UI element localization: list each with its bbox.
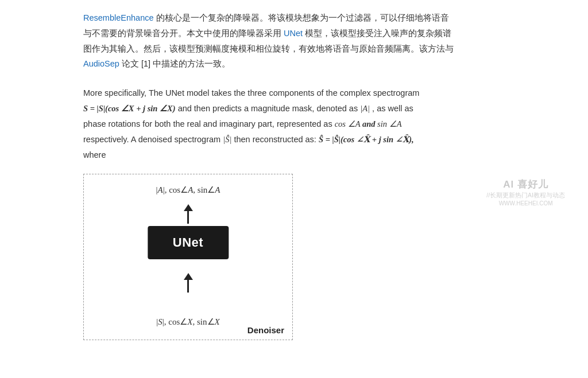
english-line2: S = |S|(cos ∠X + j sin ∠X) and then pred… [83,101,565,116]
diagram-input-label: |S|, cos∠X, sin∠X [156,317,219,327]
arrow-up-bottom [184,273,193,293]
arrow-body-top [187,211,189,224]
english-where: where [83,150,106,159]
arrow-head-bottom [184,273,193,280]
english-section: More specifically, The UNet model takes … [83,85,565,162]
chinese-text-part4: 论文 [1] 中描述的方法一致。 [119,59,230,68]
watermark-line1: AI 喜好儿 [486,178,565,191]
arrow-body-bottom [187,280,189,293]
chinese-text-part2b: 模型，该模型接受注入噪声的复杂频谱 [303,29,451,38]
math-reconstruction: Ŝ = |Ŝ|(cos ∠X̂ + j sin ∠X̂), [319,135,414,144]
chinese-paragraph: ResembleEnhance 的核心是一个复杂的降噪器。将该模块想象为一个过滤… [83,10,565,72]
main-content: ResembleEnhance 的核心是一个复杂的降噪器。将该模块想象为一个过滤… [0,0,588,378]
english-text-2a: and then predicts a magnitude mask, deno… [178,104,361,113]
arrow-head-top [184,204,193,211]
chinese-text-part2: 与不需要的背景噪音分开。本文中使用的降噪器采用 [83,29,284,38]
audiosep-highlight: AudioSep [83,59,119,68]
watermark-line3: WWW.HEEHEI.COM [486,200,565,206]
english-text-4b: then reconstructed as: [234,135,319,144]
english-text-2b: , as well as [372,104,413,113]
resembleenhance-highlight: ResembleEnhance [83,13,154,22]
unet-block: UNet [148,226,229,259]
denoiser-label: Denoiser [247,325,284,335]
arrow-up-top [184,204,193,224]
english-line4: respectively. A denoised spectrogram |Ŝ|… [83,132,565,147]
math-A: |A| [360,104,370,113]
chinese-text-part1: 的核心是一个复杂的降噪器。将该模块想象为一个过滤器，可以仔细地将语音 [154,13,449,22]
english-line5: where [83,147,565,163]
english-text-3a: phase rotations for both the real and im… [83,119,335,128]
english-line3: phase rotations for both the real and im… [83,116,565,132]
english-text-4a: respectively. A denoised spectrogram [83,135,223,144]
diagram-output-label: |A|, cos∠A, sin∠A [156,185,220,195]
unet-highlight: UNet [284,29,303,38]
watermark: AI 喜好儿 //长期更新热门AI教程与动态 WWW.HEEHEI.COM [486,178,565,206]
math-cosA-sinA: cos ∠A and sin ∠A [335,119,402,128]
page-container: ResembleEnhance 的核心是一个复杂的降噪器。将该模块想象为一个过滤… [0,0,588,378]
math-S-eq: S = |S|(cos ∠X + j sin ∠X) [83,104,176,113]
chinese-text-part3: 图作为其输入。然后，该模型预测幅度掩模和相位旋转，有效地将语音与原始音频隔离。该… [83,44,454,53]
english-line1: More specifically, The UNet model takes … [83,85,565,101]
diagram-box: |A|, cos∠A, sin∠A UNet |S|, cos∠X, sin∠X [83,174,293,340]
math-S-hat: |Ŝ| [223,135,231,144]
watermark-line2: //长期更新热门AI教程与动态 [486,191,565,200]
diagram-container: |A|, cos∠A, sin∠A UNet |S|, cos∠X, sin∠X [83,174,428,340]
